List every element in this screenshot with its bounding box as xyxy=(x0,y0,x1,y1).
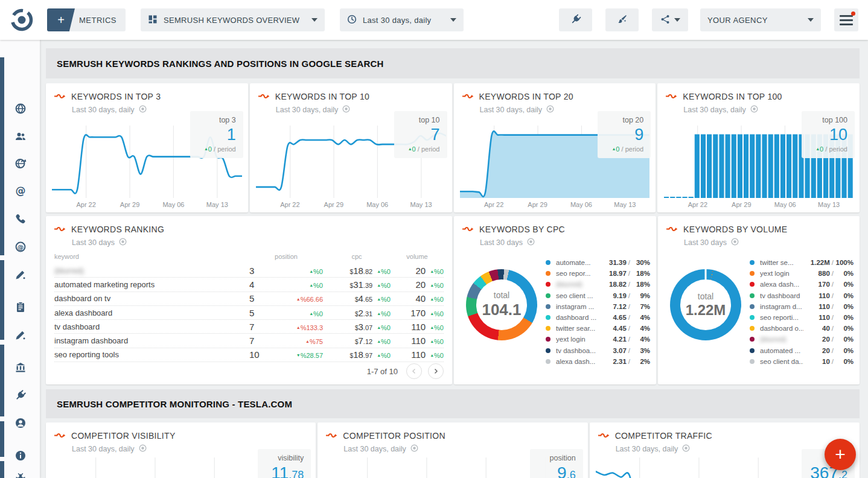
stat-badge: position 9.6 xyxy=(530,449,583,478)
plus-icon: + xyxy=(47,8,75,31)
plug-icon xyxy=(14,389,27,404)
sidebar-item-phone[interactable] xyxy=(13,212,28,228)
topbar: + METRICS SEMRUSH KEYWORDS OVERVIEW Last… xyxy=(0,0,868,40)
legend-label: tv dashboard xyxy=(760,292,803,299)
stat-value: 1 xyxy=(197,126,236,144)
table-row[interactable]: seo reporting tools10▼%28.57$18.97▲%0110… xyxy=(54,348,444,362)
section-title: SEMRUSH COMPETITOR MONITORING - TESLA.CO… xyxy=(57,399,292,409)
legend-item[interactable]: tv dashboard110/0% xyxy=(750,290,854,301)
sidebar-item-web[interactable] xyxy=(13,102,28,118)
sidebar-rail-segment xyxy=(0,461,4,478)
sidebar-item-info[interactable] xyxy=(13,449,28,465)
x-tick-label: Apr 22 xyxy=(688,201,707,208)
chevron-down-icon xyxy=(674,18,680,22)
legend-item[interactable]: (blurred)20/0% xyxy=(750,334,854,345)
legend-dot xyxy=(750,293,755,298)
legend-item[interactable]: yext login4.21/4% xyxy=(546,334,650,345)
prev-page-button[interactable] xyxy=(406,363,422,379)
keyword-cell: instagram dashboard xyxy=(54,336,249,345)
table-row[interactable]: alexa dashboard5▲%0$2.31▲%0170▲%0 xyxy=(54,306,444,320)
x-tick-label: May 06 xyxy=(162,201,184,208)
x-axis-labels: Apr 22Apr 29May 06May 13 xyxy=(52,201,242,209)
period-select[interactable]: Last 30 days, daily xyxy=(340,8,464,31)
card-keywords-by-cpc: KEYWORDS BY CPC Last 30 days total 104.1… xyxy=(454,216,656,384)
legend-item[interactable]: twitter se...1.22M/100% xyxy=(750,257,854,268)
app-logo-icon[interactable] xyxy=(7,7,36,33)
legend-item[interactable]: automate...31.39/30% xyxy=(546,257,650,268)
share-button[interactable] xyxy=(652,8,688,31)
at-icon: @ xyxy=(14,185,27,200)
table-row[interactable]: (blurred)3▲%0$18.82▲%020▲%0 xyxy=(54,264,444,278)
card-keywords-by-volume: KEYWORDS BY VOLUME Last 30 days total 1.… xyxy=(658,216,860,384)
legend-item[interactable]: dashboard o...40/0% xyxy=(750,323,854,334)
dashboard-select-value: SEMRUSH KEYWORDS OVERVIEW xyxy=(164,16,305,25)
main-menu-button[interactable] xyxy=(834,8,858,31)
card-competitor-position: COMPETITOR POSITION Last 30 days, daily … xyxy=(318,422,587,478)
keyword-cell: alexa dashboard xyxy=(54,308,249,317)
legend-item[interactable]: alexa dash...170/0% xyxy=(750,279,854,290)
dashboard-select[interactable]: SEMRUSH KEYWORDS OVERVIEW xyxy=(141,8,325,31)
sidebar-item-users[interactable] xyxy=(13,130,28,145)
sidebar-item-mention[interactable]: @ xyxy=(13,240,28,256)
add-widget-fab[interactable]: + xyxy=(825,439,856,470)
bank-icon xyxy=(14,362,27,376)
keyword-cell: (blurred) xyxy=(54,266,249,275)
next-page-button[interactable] xyxy=(428,363,444,379)
legend-item[interactable]: automated ...20/0% xyxy=(750,345,854,356)
table-row[interactable]: dashboard on tv5▲%66.66$4.65▲%040▲%0 xyxy=(54,292,444,306)
legend-item[interactable]: seo client ...9.19/9% xyxy=(546,290,650,301)
add-metrics-button[interactable]: + METRICS xyxy=(47,8,126,31)
legend-item[interactable]: seo reporti...110/0% xyxy=(750,312,854,323)
semrush-icon xyxy=(258,91,270,102)
sidebar-rail-segment xyxy=(0,421,4,457)
integrations-button[interactable] xyxy=(559,8,592,31)
x-tick-label: Apr 29 xyxy=(732,201,751,208)
legend-pct: 18% xyxy=(632,270,650,277)
legend-value: 4.21 xyxy=(600,336,627,343)
sidebar-item-pen[interactable] xyxy=(13,268,28,284)
legend-value: 170 xyxy=(803,281,830,288)
sidebar-item-bank[interactable] xyxy=(13,361,28,377)
legend-item[interactable]: alexa dash...2.31/2% xyxy=(546,356,650,367)
table-row[interactable]: tv dashboard7▲%133.3$3.07▲%0110▲%0 xyxy=(54,320,444,334)
keywords-table: keyword position cpc volume (blurred)3▲%… xyxy=(54,250,444,362)
sidebar-item-at[interactable]: @ xyxy=(13,185,28,200)
table-row[interactable]: instagram dashboard7▲%75$7.12▲%0110▲%0 xyxy=(54,334,444,348)
sidebar-item-account[interactable] xyxy=(13,416,28,432)
clock-icon xyxy=(347,14,357,26)
legend-item[interactable]: twitter sear...4.45/4% xyxy=(546,323,650,334)
agency-select[interactable]: YOUR AGENCY xyxy=(700,8,821,31)
x-tick-label: May 13 xyxy=(410,201,432,208)
stat-value: 9.6 xyxy=(537,464,576,478)
theme-icon xyxy=(617,14,628,27)
legend-item[interactable]: instagram ...7.12/7% xyxy=(546,301,650,312)
legend-dot xyxy=(546,260,550,265)
legend-label: seo client da... xyxy=(760,358,803,365)
sidebar-item-web-sync[interactable] xyxy=(13,157,28,173)
sidebar-item-bug[interactable] xyxy=(13,472,28,478)
position-cell: 5▲%0 xyxy=(249,308,323,318)
filter-icon xyxy=(119,238,127,247)
donut-total-value: 104.1 xyxy=(482,301,521,319)
keyword-cell: tv dashboard xyxy=(54,322,249,331)
legend-value: 40 xyxy=(803,325,830,332)
sidebar-item-pen[interactable] xyxy=(13,328,28,344)
keyword-cell: seo reporting tools xyxy=(54,350,249,359)
legend-item[interactable]: yext login880/0% xyxy=(750,268,854,279)
legend-item[interactable]: seo client da...10/0% xyxy=(750,356,854,367)
table-row[interactable]: automated marketing reports4▲%0$31.39▲%0… xyxy=(54,278,444,292)
pen-icon xyxy=(14,269,27,283)
legend-item[interactable]: instagram d...110/0% xyxy=(750,301,854,312)
sidebar-item-plug[interactable] xyxy=(13,389,28,404)
legend-item[interactable]: tv dashboa...3.07/3% xyxy=(546,345,650,356)
position-cell: 10▼%28.57 xyxy=(249,349,323,360)
legend-item[interactable]: dashboard ...4.65/4% xyxy=(546,312,650,323)
sidebar-item-clipboard[interactable] xyxy=(13,301,28,316)
legend-item[interactable]: (blurred)18.82/18% xyxy=(546,279,650,290)
legend-item[interactable]: seo repor...18.97/18% xyxy=(546,268,650,279)
donut-chart-volume: total 1.22M xyxy=(670,269,741,340)
chevron-down-icon xyxy=(311,18,318,22)
theme-button[interactable] xyxy=(605,8,639,31)
card-keywords-top100: KEYWORDS IN TOP 100 Last 30 days, daily … xyxy=(657,83,860,212)
legend-dot xyxy=(546,326,550,331)
